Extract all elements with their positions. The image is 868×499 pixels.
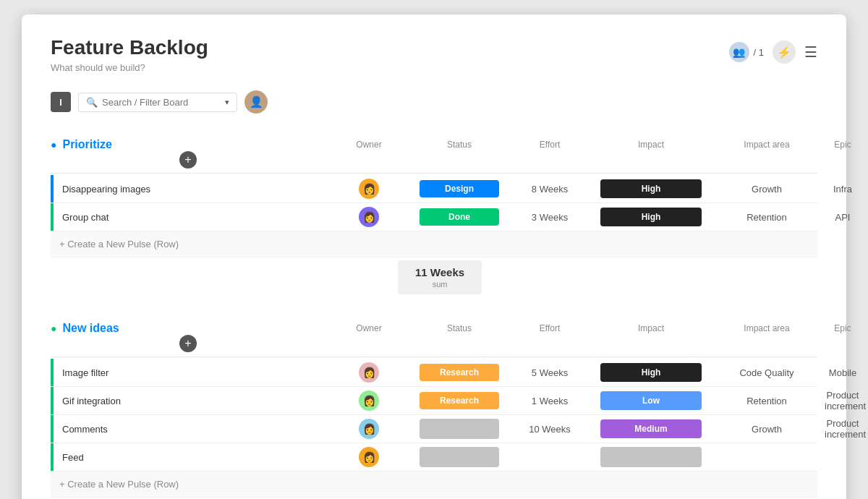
row-impact[interactable]: High <box>593 179 709 198</box>
row-impact[interactable]: High <box>593 363 709 382</box>
row-impact[interactable]: Medium <box>593 419 709 438</box>
section-toggle-prioritize[interactable]: ● <box>51 139 56 150</box>
row-owner: 👩 <box>326 419 412 439</box>
page-subtitle: What should we build? <box>51 62 208 73</box>
add-col-btn-1[interactable]: + <box>179 151 197 169</box>
row-bar <box>51 443 54 471</box>
add-col-btn-2[interactable]: + <box>179 335 197 352</box>
create-row-label[interactable]: + Create a New Pulse (Row) <box>51 239 326 250</box>
row-impact[interactable]: Low <box>593 391 709 410</box>
impact-badge[interactable]: Low <box>600 391 702 410</box>
header-right: 👥 / 1 ⚡ ☰ <box>728 40 817 64</box>
impact-badge[interactable]: Medium <box>600 419 702 438</box>
row-bar <box>51 359 54 386</box>
sum-value: 11 Weeks <box>415 266 464 278</box>
row-bar <box>51 203 54 231</box>
col-status-2: Status <box>412 323 506 333</box>
row-avatar[interactable]: 👩 <box>359 419 379 439</box>
row-status[interactable]: Research <box>412 392 506 409</box>
toolbar: I 🔍 ▾ 👤 <box>51 90 817 114</box>
row-title: Image filter <box>59 362 111 384</box>
row-status[interactable]: Design <box>412 180 506 197</box>
row-title-cell: Disappearing images <box>51 175 326 202</box>
status-badge[interactable]: Done <box>420 208 499 226</box>
col-effort-1: Effort <box>506 140 593 150</box>
row-impact[interactable]: High <box>593 208 709 226</box>
col-status-1: Status <box>412 140 506 150</box>
create-row-label[interactable]: + Create a New Pulse (Row) <box>51 479 326 490</box>
search-bar[interactable]: 🔍 ▾ <box>78 93 237 112</box>
impact-badge[interactable]: High <box>600 208 702 226</box>
col-impact-area-1: Impact area <box>709 140 825 150</box>
col-epic-1: Epic <box>825 140 861 150</box>
row-avatar[interactable]: 👩 <box>359 362 379 383</box>
header-avatar[interactable]: 👥 <box>728 40 751 64</box>
row-title: Group chat <box>59 206 111 229</box>
row-status[interactable]: Done <box>412 208 506 226</box>
table-row[interactable]: Feed 👩 <box>51 443 817 472</box>
add-col-1[interactable]: + <box>51 151 326 169</box>
sum-row-prioritize: 11 Weeks sum <box>51 257 817 294</box>
row-impact-area: Retention <box>709 396 825 406</box>
row-impact-area: Code Quality <box>709 367 825 378</box>
row-owner: 👩 <box>326 447 412 467</box>
sum-box: 11 Weeks sum <box>398 260 482 294</box>
user-count: / 1 <box>754 47 764 58</box>
row-bar <box>51 387 54 414</box>
table-row[interactable]: Disappearing images 👩 Design 8 Weeks Hig… <box>51 175 817 203</box>
avatar-group[interactable]: 👥 / 1 <box>728 40 764 64</box>
row-avatar[interactable]: 👩 <box>359 207 379 227</box>
add-col-2[interactable]: + <box>51 335 326 352</box>
section-new-ideas-title[interactable]: New ideas <box>62 322 119 335</box>
pulse-icon[interactable]: ⚡ <box>773 40 796 64</box>
row-bar <box>51 175 54 202</box>
status-badge[interactable]: Research <box>420 392 499 409</box>
section-title-cell-2: ● New ideas <box>51 322 326 335</box>
section-prioritize-header: ● Prioritize Owner Status Effort Impact … <box>51 134 817 174</box>
status-badge-empty <box>420 419 499 439</box>
header-left: Feature Backlog What should we build? <box>51 36 208 73</box>
row-avatar[interactable]: 👩 <box>359 179 379 199</box>
section-title-cell: ● Prioritize <box>51 138 326 151</box>
impact-badge-empty <box>600 447 702 467</box>
table-row[interactable]: Gif integration 👩 Research 1 Weeks Low R… <box>51 387 817 415</box>
search-dropdown-arrow[interactable]: ▾ <box>225 98 229 107</box>
menu-icon[interactable]: ☰ <box>804 43 817 61</box>
section-prioritize: ● Prioritize Owner Status Effort Impact … <box>51 134 817 294</box>
row-owner: 👩 <box>326 362 412 383</box>
row-epic: Product increment <box>825 418 861 440</box>
impact-badge[interactable]: High <box>600 179 702 198</box>
toolbar-i-button[interactable]: I <box>51 92 71 112</box>
table-row[interactable]: Comments 👩 10 Weeks Medium Growth Produc… <box>51 415 817 443</box>
create-row-new-ideas[interactable]: + Create a New Pulse (Row) <box>51 472 817 498</box>
row-title-cell: Feed <box>51 443 326 471</box>
section-toggle-new-ideas[interactable]: ● <box>51 323 56 334</box>
create-row-prioritize[interactable]: + Create a New Pulse (Row) <box>51 231 817 257</box>
table-row[interactable]: Group chat 👩 Done 3 Weeks High Retention… <box>51 203 817 231</box>
col-impact-area-2: Impact area <box>709 323 825 333</box>
col-epic-2: Epic <box>825 323 861 333</box>
status-badge[interactable]: Design <box>420 180 499 197</box>
row-avatar[interactable]: 👩 <box>359 391 379 411</box>
row-title: Disappearing images <box>59 178 153 200</box>
search-input[interactable] <box>102 97 221 108</box>
row-status[interactable]: Research <box>412 364 506 381</box>
section-new-ideas: ● New ideas Owner Status Effort Impact I… <box>51 317 817 499</box>
row-title: Feed <box>59 446 87 469</box>
status-badge[interactable]: Research <box>420 364 499 381</box>
row-status[interactable] <box>412 419 506 439</box>
row-effort: 5 Weeks <box>506 367 593 378</box>
impact-badge[interactable]: High <box>600 363 702 382</box>
row-avatar[interactable]: 👩 <box>359 447 379 467</box>
row-effort: 1 Weeks <box>506 396 593 406</box>
row-bar <box>51 415 54 443</box>
row-status[interactable] <box>412 447 506 467</box>
row-effort: 8 Weeks <box>506 184 593 195</box>
table-row[interactable]: Image filter 👩 Research 5 Weeks High Cod… <box>51 359 817 387</box>
filter-avatar[interactable]: 👤 <box>244 90 268 114</box>
section-prioritize-title[interactable]: Prioritize <box>62 138 111 151</box>
row-effort: 3 Weeks <box>506 212 593 223</box>
row-effort: 10 Weeks <box>506 424 593 435</box>
row-title-cell: Gif integration <box>51 387 326 414</box>
row-owner: 👩 <box>326 391 412 411</box>
